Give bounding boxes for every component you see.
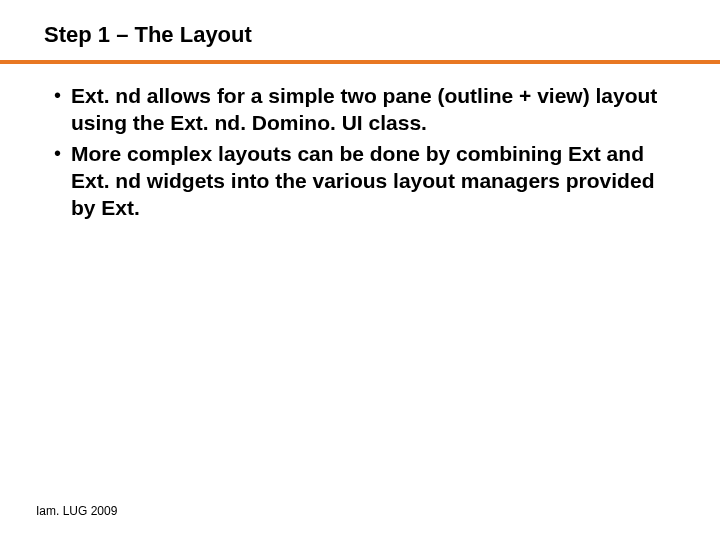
bullet-text: More complex layouts can be done by comb… — [71, 140, 680, 221]
list-item: • Ext. nd allows for a simple two pane (… — [54, 82, 680, 136]
list-item: • More complex layouts can be done by co… — [54, 140, 680, 221]
slide-body: • Ext. nd allows for a simple two pane (… — [54, 82, 680, 225]
slide: Step 1 – The Layout • Ext. nd allows for… — [0, 0, 720, 540]
bullet-text: Ext. nd allows for a simple two pane (ou… — [71, 82, 680, 136]
bullet-icon: • — [54, 82, 61, 108]
divider — [0, 60, 720, 64]
slide-title: Step 1 – The Layout — [44, 22, 252, 48]
bullet-icon: • — [54, 140, 61, 166]
slide-footer: Iam. LUG 2009 — [36, 504, 117, 518]
